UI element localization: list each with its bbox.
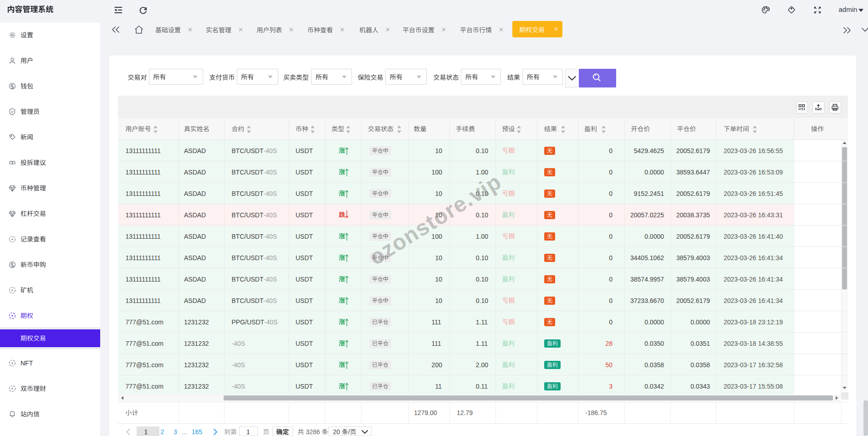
svg-text:50: 50 — [605, 361, 613, 369]
svg-text:BTC/USDT: BTC/USDT — [232, 233, 264, 240]
svg-text:1279.00: 1279.00 — [414, 409, 437, 416]
svg-text:NFT: NFT — [20, 359, 33, 367]
svg-text:0.0351: 0.0351 — [690, 340, 710, 347]
svg-text:-40S: -40S — [264, 211, 277, 219]
svg-text:0.11: 0.11 — [476, 383, 488, 390]
svg-text:2023-03-17 15:55:08: 2023-03-17 15:55:08 — [724, 383, 783, 390]
svg-text:1.11: 1.11 — [476, 318, 488, 326]
svg-text:0.0000: 0.0000 — [690, 318, 710, 326]
svg-text:ASDAD: ASDAD — [184, 297, 206, 304]
svg-text:USDT: USDT — [296, 297, 313, 304]
svg-text:0.0000: 0.0000 — [644, 318, 664, 326]
svg-text:100: 100 — [432, 169, 443, 176]
svg-text:0.10: 0.10 — [476, 147, 488, 154]
svg-text:0.0350: 0.0350 — [644, 340, 664, 347]
svg-text:2023-03-26 16:41:34: 2023-03-26 16:41:34 — [724, 297, 783, 304]
svg-text:13111111111: 13111111111 — [126, 233, 161, 240]
svg-text:ASDAD: ASDAD — [184, 276, 206, 283]
svg-text:777@51.com: 777@51.com — [126, 340, 163, 347]
svg-text:13111111111: 13111111111 — [126, 276, 161, 283]
svg-text:12.79: 12.79 — [457, 409, 473, 416]
svg-text:28: 28 — [605, 340, 613, 347]
svg-text:777@51.com: 777@51.com — [126, 318, 163, 326]
svg-text:USDT: USDT — [296, 318, 313, 326]
svg-text:10: 10 — [435, 190, 442, 197]
svg-text:ASDAD: ASDAD — [184, 147, 206, 154]
svg-text:ASDAD: ASDAD — [184, 190, 206, 197]
svg-text:2023-03-26 16:41:34: 2023-03-26 16:41:34 — [724, 254, 783, 262]
svg-text:USDT: USDT — [296, 233, 313, 240]
svg-text:2: 2 — [161, 428, 164, 436]
svg-text:0.0343: 0.0343 — [690, 383, 710, 390]
svg-text:USDT: USDT — [296, 383, 313, 390]
svg-text:2023-03-18 14:38:55: 2023-03-18 14:38:55 — [724, 340, 783, 347]
svg-text:20052.6179: 20052.6179 — [676, 297, 710, 304]
svg-text:0: 0 — [609, 297, 613, 304]
svg-text:0.10: 0.10 — [476, 254, 488, 262]
svg-text:-40S: -40S — [264, 190, 277, 197]
svg-text:2023-03-26 16:53:09: 2023-03-26 16:53:09 — [724, 169, 783, 176]
svg-text:0: 0 — [609, 147, 613, 154]
svg-text:0: 0 — [609, 169, 613, 176]
svg-text:1231232: 1231232 — [184, 318, 209, 326]
svg-text:10: 10 — [435, 276, 442, 283]
svg-text:20052.6179: 20052.6179 — [676, 233, 710, 240]
svg-text:10: 10 — [435, 297, 442, 304]
svg-text:USDT: USDT — [296, 147, 313, 154]
svg-text:BTC/USDT: BTC/USDT — [232, 169, 264, 176]
svg-text:0: 0 — [609, 254, 613, 262]
svg-text:0.0000: 0.0000 — [644, 169, 664, 176]
svg-text:2023-03-26 16:41:40: 2023-03-26 16:41:40 — [724, 233, 783, 240]
svg-text:ASDAD: ASDAD — [184, 169, 206, 176]
svg-text:13111111111: 13111111111 — [126, 147, 161, 154]
svg-text:0.10: 0.10 — [476, 276, 488, 283]
svg-text:-186.75: -186.75 — [585, 409, 607, 416]
svg-text:1.00: 1.00 — [476, 233, 488, 240]
svg-text:11: 11 — [435, 383, 442, 390]
svg-text:USDT: USDT — [296, 211, 313, 219]
svg-text:0: 0 — [609, 211, 613, 219]
svg-text:BTC/USDT: BTC/USDT — [232, 190, 264, 197]
svg-text:38593.6447: 38593.6447 — [676, 169, 710, 176]
svg-text:1231232: 1231232 — [184, 361, 209, 369]
svg-text:1: 1 — [246, 428, 250, 436]
svg-text:1: 1 — [144, 428, 148, 436]
svg-text:0: 0 — [609, 318, 613, 326]
svg-text:3: 3 — [174, 428, 177, 436]
svg-text:USDT: USDT — [296, 190, 313, 197]
svg-text:USDT: USDT — [296, 169, 313, 176]
svg-text:2023-03-26 16:41:34: 2023-03-26 16:41:34 — [724, 276, 783, 283]
svg-text:13111111111: 13111111111 — [126, 169, 161, 176]
svg-text:13111111111: 13111111111 — [126, 190, 161, 197]
svg-text:37233.6670: 37233.6670 — [630, 297, 664, 304]
svg-text:13111111111: 13111111111 — [126, 297, 161, 304]
svg-text:9152.2451: 9152.2451 — [634, 190, 664, 197]
svg-text:-40S: -40S — [264, 147, 277, 154]
svg-text:BTC/USDT: BTC/USDT — [232, 147, 264, 154]
svg-text:34405.1062: 34405.1062 — [630, 254, 664, 262]
svg-text:-40S: -40S — [232, 361, 245, 369]
svg-text:38579.4003: 38579.4003 — [676, 254, 710, 262]
svg-text:-40S: -40S — [264, 297, 277, 304]
svg-text:200: 200 — [432, 361, 443, 369]
svg-text:BTC/USDT: BTC/USDT — [232, 276, 264, 283]
svg-text:10: 10 — [435, 254, 442, 262]
svg-text:2023-03-17 16:32:58: 2023-03-17 16:32:58 — [724, 361, 783, 369]
svg-text:0.0000: 0.0000 — [644, 233, 664, 240]
svg-text:0.0358: 0.0358 — [644, 361, 664, 369]
svg-text:777@51.com: 777@51.com — [126, 383, 163, 390]
svg-text:1.11: 1.11 — [476, 340, 488, 347]
svg-text:0.0358: 0.0358 — [690, 361, 710, 369]
svg-text:2023-03-26 16:56:55: 2023-03-26 16:56:55 — [724, 147, 783, 154]
svg-text:BTC/USDT: BTC/USDT — [232, 211, 264, 219]
svg-text:5429.4625: 5429.4625 — [634, 147, 664, 154]
svg-text:111: 111 — [432, 318, 441, 326]
svg-text:BTC/USDT: BTC/USDT — [232, 254, 264, 262]
svg-text:20057.0225: 20057.0225 — [630, 211, 664, 219]
svg-text:2.00: 2.00 — [476, 361, 488, 369]
svg-text:0.10: 0.10 — [476, 211, 488, 219]
svg-text:0: 0 — [609, 276, 613, 283]
svg-text:ASDAD: ASDAD — [184, 254, 206, 262]
svg-text:0: 0 — [609, 233, 613, 240]
svg-text:-40S: -40S — [264, 169, 277, 176]
